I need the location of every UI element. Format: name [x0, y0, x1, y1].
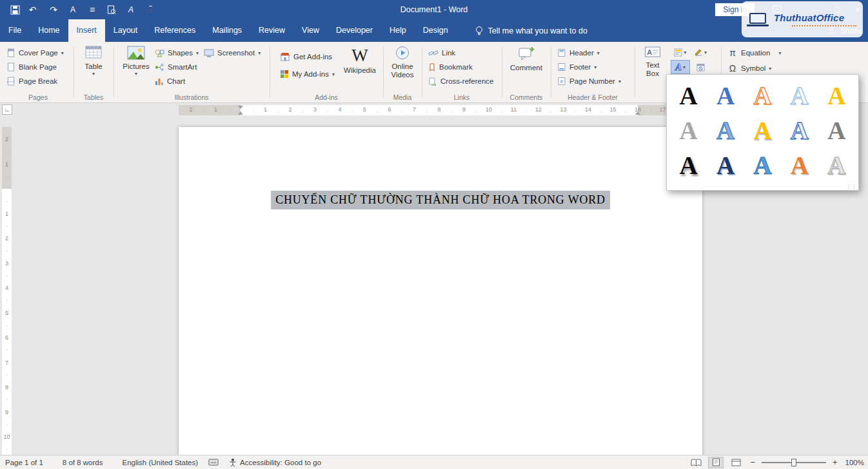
wordart-style-5[interactable]: A [818, 78, 855, 113]
selected-text[interactable]: CHUYỂN CHỮ THƯỜNG THÀNH CHỮ HOA TRONG WO… [271, 191, 610, 209]
accessibility-status[interactable]: Accessibility: Good to go [224, 458, 326, 467]
blank-page-button[interactable]: Blank Page [4, 60, 72, 74]
wordart-style-15[interactable]: A [818, 148, 855, 182]
text-box-label-2: Box [646, 70, 659, 78]
cross-reference-button[interactable]: Cross-reference [426, 74, 500, 88]
page-break-icon [6, 77, 15, 86]
web-layout-button[interactable] [728, 457, 744, 468]
tell-me-box[interactable]: Tell me what you want to do [475, 19, 587, 42]
word-count-status[interactable]: 8 of 8 words [57, 459, 108, 466]
ruler-mark: · [2, 347, 12, 353]
wordart-style-9[interactable]: A [781, 113, 818, 148]
link-button[interactable]: Link [426, 46, 500, 60]
customize-qat-button[interactable]: ▾ [142, 2, 159, 17]
ruler-mark: 4 [2, 285, 12, 291]
wordart-style-7[interactable]: A [707, 113, 744, 148]
quick-access-toolbar: ↶▾ ↷ A ≡ A ▾ [0, 2, 159, 17]
wordart-style-2[interactable]: A [707, 78, 744, 113]
ribbon-tabs: FileHomeInsertLayoutReferencesMailingsRe… [0, 19, 457, 42]
wordart-style-1[interactable]: A [670, 78, 707, 113]
chevron-down-icon: ▾ [704, 50, 707, 55]
hanging-indent-marker[interactable] [238, 111, 243, 115]
ruler-mark: · [252, 109, 254, 115]
ruler-mark: 5 [363, 106, 366, 113]
zoom-in-button[interactable]: + [831, 457, 840, 467]
zoom-out-button[interactable]: − [748, 457, 757, 467]
keyboard-icon[interactable] [203, 459, 224, 466]
tab-mailings[interactable]: Mailings [204, 19, 250, 42]
smartart-button[interactable]: SmartArt [152, 60, 201, 74]
cover-page-button[interactable]: Cover Page ▾ [4, 46, 72, 60]
pictures-button[interactable]: Pictures ▾ [120, 46, 152, 77]
shapes-button[interactable]: Shapes ▾ [152, 46, 201, 60]
my-addins-button[interactable]: My Add-ins ▾ [277, 67, 337, 81]
read-mode-button[interactable] [688, 457, 704, 468]
tab-design[interactable]: Design [415, 19, 457, 42]
tab-developer[interactable]: Developer [328, 19, 381, 42]
first-line-indent-marker[interactable] [238, 106, 243, 109]
tab-help[interactable]: Help [381, 19, 415, 42]
tab-insert[interactable]: Insert [68, 19, 105, 42]
ruler-mark: 15 [609, 106, 616, 113]
equation-label: Equation [741, 49, 770, 57]
spelling-icon[interactable]: A [64, 2, 81, 17]
tab-file[interactable]: File [0, 19, 30, 42]
tab-layout[interactable]: Layout [105, 19, 146, 42]
wordart-style-12[interactable]: A [707, 148, 744, 182]
wordart-style-3[interactable]: A [744, 78, 781, 113]
wordart-style-14[interactable]: A [781, 148, 818, 182]
tab-home[interactable]: Home [30, 19, 68, 42]
symbol-button[interactable]: Ω Symbol ▾ [725, 61, 794, 75]
chart-button[interactable]: Chart [152, 74, 201, 88]
zoom-slider-thumb[interactable] [791, 459, 796, 466]
wordart-style-6[interactable]: A [670, 113, 707, 148]
ruler-mark: · [2, 198, 12, 204]
resize-grip[interactable]: ⋮⋮ [846, 184, 856, 189]
comment-button[interactable]: Comment [508, 46, 544, 72]
page-count-status[interactable]: Page 1 of 1 [0, 459, 48, 466]
print-layout-button[interactable] [708, 457, 724, 468]
undo-button[interactable]: ↶▾ [26, 2, 43, 17]
wordart-style-8[interactable]: A [744, 113, 781, 148]
quick-parts-button[interactable]: ▾ [671, 45, 690, 59]
vertical-ruler[interactable]: 2112345678910············· [2, 117, 12, 455]
wordart-style-10[interactable]: A [818, 113, 855, 148]
wordart-style-4[interactable]: A [781, 78, 818, 113]
paragraph-marks-icon[interactable]: ≡ [84, 2, 101, 17]
equation-button[interactable]: π Equation ▾ [725, 46, 794, 60]
smartart-label: SmartArt [168, 63, 197, 71]
online-videos-button[interactable]: Online Videos [385, 46, 420, 79]
tab-review[interactable]: Review [250, 19, 293, 42]
wordart-style-13[interactable]: A [744, 148, 781, 182]
footer-button[interactable]: Footer ▾ [555, 60, 633, 74]
tab-references[interactable]: References [146, 19, 204, 42]
link-label: Link [442, 49, 455, 57]
save-icon[interactable] [6, 2, 23, 17]
date-time-button[interactable] [691, 60, 710, 74]
get-addins-button[interactable]: Get Add-ins [277, 50, 337, 64]
wordart-button[interactable]: A ▾ [671, 60, 690, 74]
bookmark-button[interactable]: Bookmark [426, 60, 500, 74]
styles-icon[interactable]: A [123, 2, 139, 17]
text-box-button[interactable]: A Text Box [637, 46, 668, 78]
table-button[interactable]: Table ▾ [76, 46, 111, 77]
zoom-slider[interactable] [762, 462, 826, 463]
accessibility-icon [229, 458, 237, 467]
print-preview-icon[interactable] [103, 2, 120, 17]
wikipedia-button[interactable]: W Wikipedia [342, 47, 378, 75]
header-button[interactable]: Header ▾ [555, 46, 633, 60]
language-status[interactable]: English (United States) [117, 459, 203, 466]
signature-line-button[interactable]: ▾ [691, 45, 710, 59]
redo-button[interactable]: ↷ [45, 2, 62, 17]
tab-selector[interactable]: ∟ [2, 104, 12, 115]
page-number-button[interactable]: # Page Number ▾ [555, 74, 633, 88]
screenshot-button[interactable]: Screenshot ▾ [201, 46, 263, 60]
chevron-down-icon: ▾ [597, 50, 600, 56]
page-break-button[interactable]: Page Break [4, 74, 72, 88]
tab-view[interactable]: View [293, 19, 328, 42]
ruler-mark: 2 [2, 235, 12, 242]
document-page[interactable]: CHUYỂN CHỮ THƯỜNG THÀNH CHỮ HOA TRONG WO… [179, 127, 702, 455]
wordart-style-11[interactable]: A [670, 148, 707, 182]
ruler-mark: · [525, 109, 527, 115]
zoom-level[interactable]: 100% [844, 459, 865, 466]
